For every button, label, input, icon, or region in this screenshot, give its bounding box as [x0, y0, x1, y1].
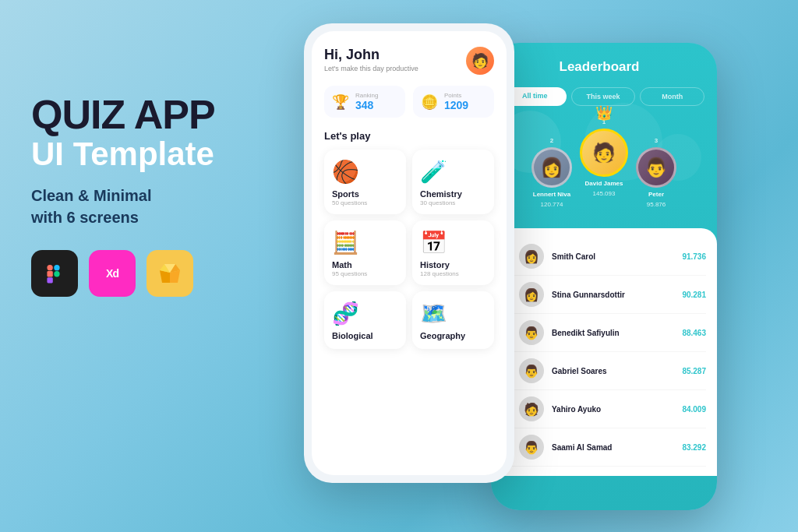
name-benedikt: Benedikt Safiyulin [552, 329, 674, 337]
chemistry-count: 30 questions [420, 199, 486, 206]
list-item: 6 👨 Benedikt Safiyulin 88.463 [502, 314, 706, 352]
third-name: Peter [648, 191, 664, 198]
third-avatar: 👨 [636, 147, 676, 188]
podium-third: 3 👨 Peter 95.876 [636, 137, 676, 208]
podium-first: 👑 1 🧑 David James 145.093 [580, 118, 628, 197]
title-line1: QUIZ APP [31, 92, 215, 137]
first-score: 145.093 [593, 190, 616, 197]
score-saami: 83.292 [682, 443, 706, 452]
template-label: UI Template [31, 136, 296, 172]
subject-geography[interactable]: 🗺️ Geography [412, 291, 494, 349]
ranking-info: Ranking 348 [355, 92, 378, 111]
tab-month[interactable]: Month [640, 87, 704, 106]
history-name: History [420, 260, 486, 270]
biological-icon: 🧬 [332, 301, 398, 326]
score-gabriel: 85.287 [682, 367, 706, 375]
phone2-leaderboard: ‹ Leaderboard All time This week Month 2… [491, 43, 717, 510]
list-item: 9 👨 Saami Al Samad 83.292 [502, 428, 706, 467]
left-section: QUIZ APP UI Template Clean & Minimalwith… [31, 93, 296, 297]
score-yahiro: 84.009 [682, 405, 706, 414]
second-rank: 2 [550, 137, 553, 144]
points-card: 🪙 Points 1209 [413, 86, 494, 118]
ranking-value: 348 [355, 99, 378, 111]
first-name: David James [585, 180, 623, 187]
trophy-icon: 🏆 [332, 93, 349, 111]
subjects-grid: 🏀 Sports 50 questions 🧪 Chemistry 30 que… [324, 150, 494, 349]
podium-area: 2 👩 Lennert Niva 120.774 👑 1 🧑 David Jam… [503, 118, 704, 220]
second-score: 120.774 [541, 201, 563, 208]
crown-icon: 👑 [595, 104, 613, 122]
score-smith: 91.736 [682, 252, 706, 261]
avatar-stina: 👩 [519, 282, 544, 307]
math-count: 95 questions [332, 270, 398, 277]
figma-icon [31, 250, 78, 297]
phone-header: Hi, John Let's make this day productive … [324, 47, 494, 75]
subject-sports[interactable]: 🏀 Sports 50 questions [324, 150, 406, 214]
points-value: 1209 [444, 99, 468, 111]
geography-icon: 🗺️ [420, 301, 486, 326]
avatar-benedikt: 👨 [519, 320, 544, 345]
stats-row: 🏆 Ranking 348 🪙 Points 1209 [324, 86, 494, 118]
subject-math[interactable]: 🧮 Math 95 questions [324, 220, 406, 285]
tool-icons-row: Xd [31, 250, 296, 297]
xd-icon: Xd [89, 250, 136, 297]
ranking-card: 🏆 Ranking 348 [324, 86, 405, 118]
third-score: 95.876 [647, 201, 666, 208]
svg-rect-3 [54, 271, 59, 277]
phone1-inner: Hi, John Let's make this day productive … [312, 31, 507, 475]
name-saami: Saami Al Samad [552, 443, 674, 452]
user-avatar: 🧑 [466, 47, 494, 75]
coin-icon: 🪙 [421, 93, 438, 111]
subtitle: Clean & Minimalwith 6 screens [31, 185, 296, 228]
sketch-icon [147, 250, 193, 297]
svg-rect-0 [47, 265, 52, 270]
score-benedikt: 88.463 [682, 329, 706, 337]
podium-second: 2 👩 Lennert Niva 120.774 [531, 137, 572, 208]
avatar-gabriel: 👨 [519, 358, 544, 383]
lets-play-label: Let's play [324, 130, 494, 142]
greeting-sub: Let's make this day productive [324, 65, 418, 72]
sports-count: 50 questions [332, 199, 398, 206]
points-info: Points 1209 [444, 92, 468, 111]
points-label: Points [444, 92, 468, 99]
tabs-row: All time This week Month [503, 87, 704, 106]
score-stina: 90.281 [682, 291, 706, 299]
leaderboard-list: 4 👩 Smith Carol 91.736 5 👩 Stina Gunnars… [491, 228, 717, 476]
avatar-saami: 👨 [519, 435, 544, 460]
third-rank: 3 [655, 137, 658, 144]
sports-icon: 🏀 [332, 159, 398, 185]
subject-biological[interactable]: 🧬 Biological [324, 291, 406, 349]
svg-rect-2 [47, 271, 52, 277]
chemistry-name: Chemistry [420, 189, 486, 199]
greeting-name: Hi, John [324, 47, 418, 63]
history-count: 128 questions [420, 270, 486, 277]
greeting-block: Hi, John Let's make this day productive [324, 47, 418, 72]
leaderboard-header: ‹ Leaderboard [491, 43, 717, 87]
list-item: 8 🧑 Yahiro Ayuko 84.009 [502, 390, 706, 428]
biological-name: Biological [332, 331, 398, 340]
sports-name: Sports [332, 189, 398, 199]
subject-chemistry[interactable]: 🧪 Chemistry 30 questions [412, 150, 494, 214]
avatar-yahiro: 🧑 [519, 396, 544, 421]
geography-name: Geography [420, 331, 486, 340]
list-item: 7 👨 Gabriel Soares 85.287 [502, 352, 706, 390]
first-avatar: 🧑 [580, 129, 628, 177]
chemistry-icon: 🧪 [420, 159, 486, 185]
name-stina: Stina Gunnarsdottir [552, 291, 674, 299]
list-item: 4 👩 Smith Carol 91.736 [502, 238, 706, 276]
math-icon: 🧮 [332, 230, 398, 255]
second-avatar: 👩 [531, 147, 572, 188]
name-gabriel: Gabriel Soares [552, 367, 674, 375]
math-name: Math [332, 260, 398, 270]
history-icon: 📅 [420, 230, 486, 255]
name-smith: Smith Carol [552, 252, 674, 261]
svg-rect-1 [54, 265, 59, 270]
ranking-label: Ranking [355, 92, 378, 99]
name-yahiro: Yahiro Ayuko [552, 405, 674, 414]
app-title: QUIZ APP [31, 93, 296, 136]
avatar-smith: 👩 [519, 244, 544, 269]
list-item: 5 👩 Stina Gunnarsdottir 90.281 [502, 276, 706, 314]
phone1-quiz-home: Hi, John Let's make this day productive … [304, 23, 514, 483]
subject-history[interactable]: 📅 History 128 questions [412, 220, 494, 285]
leaderboard-title: Leaderboard [516, 59, 683, 75]
